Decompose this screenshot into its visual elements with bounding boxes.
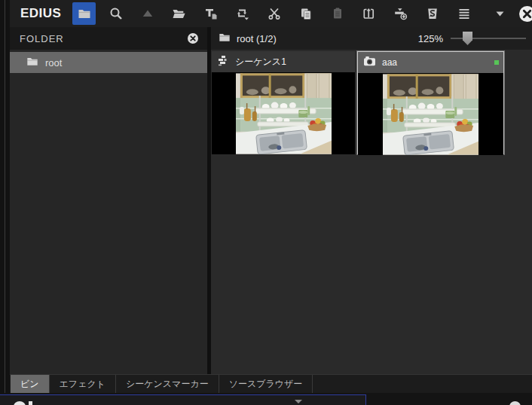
tab-label: シーケンスマーカー [126, 378, 209, 391]
view-list-button[interactable] [452, 2, 475, 25]
breadcrumb: root (1/2) [219, 32, 418, 45]
tab-bin[interactable]: ビン [11, 375, 50, 393]
clipboard-paste-icon [331, 7, 344, 20]
clip-view: root (1/2) 125% シーケンス1 [211, 27, 532, 374]
upload-box-icon [362, 7, 376, 20]
breadcrumb-label: root (1/2) [237, 33, 277, 44]
add-clip-icon [393, 7, 408, 20]
list-view-icon [457, 7, 471, 20]
folder-icon [26, 56, 38, 69]
folder-icon [219, 32, 231, 45]
background-partial-glyph [29, 401, 32, 405]
clip-card-sequence[interactable]: シーケンス1 [212, 51, 355, 154]
folder-tree-item-root[interactable]: root [10, 52, 207, 73]
folder-view-button[interactable] [72, 2, 96, 25]
close-icon [518, 5, 532, 23]
add-clip-button[interactable] [389, 2, 412, 25]
cut-button[interactable] [262, 2, 286, 25]
clip-thumbnail [358, 73, 503, 155]
folder-panel: FOLDER root [10, 27, 207, 374]
close-window-button[interactable] [515, 2, 532, 25]
bin-window: EDIUS [10, 0, 532, 393]
clip-view-header: root (1/2) 125% [211, 27, 532, 50]
folder-item-label: root [45, 57, 62, 69]
search-button[interactable] [104, 2, 127, 25]
background-partial-glyph [509, 401, 521, 405]
search-icon [109, 7, 123, 20]
up-triangle-icon [141, 7, 154, 20]
window-edge-line [5, 0, 5, 405]
paste-button[interactable] [326, 2, 349, 25]
clip-card-header: aaa [358, 52, 503, 73]
send-to-player-button[interactable] [357, 2, 381, 25]
tab-label: ソースブラウザー [229, 378, 303, 391]
scissors-icon [268, 7, 281, 20]
edius-logo: EDIUS [20, 6, 61, 21]
tab-label: ビン [20, 378, 39, 391]
zoom-slider-track[interactable] [451, 38, 526, 39]
clip-thumbnail [212, 72, 355, 154]
loop-arrows-icon [235, 7, 249, 20]
clip-card-video-selected[interactable]: aaa [357, 51, 504, 154]
zoom-value-label: 125% [418, 33, 443, 44]
folder-panel-close-button[interactable] [185, 31, 200, 46]
delete-button[interactable] [420, 2, 444, 25]
clip-card-header: シーケンス1 [212, 51, 355, 72]
copy-icon [299, 7, 313, 20]
tab-label: エフェクト [60, 378, 105, 391]
bin-toolbar: EDIUS [10, 0, 532, 27]
bottom-tab-bar: ビン エフェクト シーケンスマーカー ソースブラウザー [10, 374, 532, 393]
zoom-control: 125% [418, 31, 526, 46]
folder-panel-header: FOLDER [10, 27, 207, 50]
sequence-icon [217, 54, 229, 69]
background-window-focus-border [0, 394, 366, 405]
clip-name-label: シーケンス1 [235, 56, 286, 69]
close-icon [187, 32, 199, 44]
clip-name-label: aaa [382, 57, 397, 68]
toolbar-more-button[interactable] [492, 2, 507, 25]
tab-sequence-marker[interactable]: シーケンスマーカー [116, 375, 219, 393]
zoom-slider[interactable] [451, 31, 526, 46]
zoom-slider-handle[interactable] [463, 32, 472, 45]
camera-icon [363, 55, 376, 70]
folder-panel-title: FOLDER [20, 33, 185, 44]
chevron-down-icon [496, 11, 504, 17]
loop-arrows-button[interactable] [231, 2, 254, 25]
title-page-icon [204, 7, 218, 20]
open-folder-icon [172, 7, 186, 20]
title-clip-button[interactable] [199, 2, 222, 25]
folder-icon [78, 7, 91, 20]
background-window-left-edge [0, 0, 10, 405]
chevron-down-icon [295, 400, 302, 403]
background-window-strip [0, 393, 532, 405]
copy-button[interactable] [294, 2, 317, 25]
tab-effect[interactable]: エフェクト [50, 375, 116, 393]
clip-grid: シーケンス1 aaa [211, 50, 532, 374]
move-up-folder-button[interactable] [136, 2, 159, 25]
new-folder-button[interactable] [167, 2, 191, 25]
tab-source-browser[interactable]: ソースブラウザー [219, 375, 313, 393]
status-dot [494, 60, 499, 65]
trash-icon [426, 7, 439, 20]
